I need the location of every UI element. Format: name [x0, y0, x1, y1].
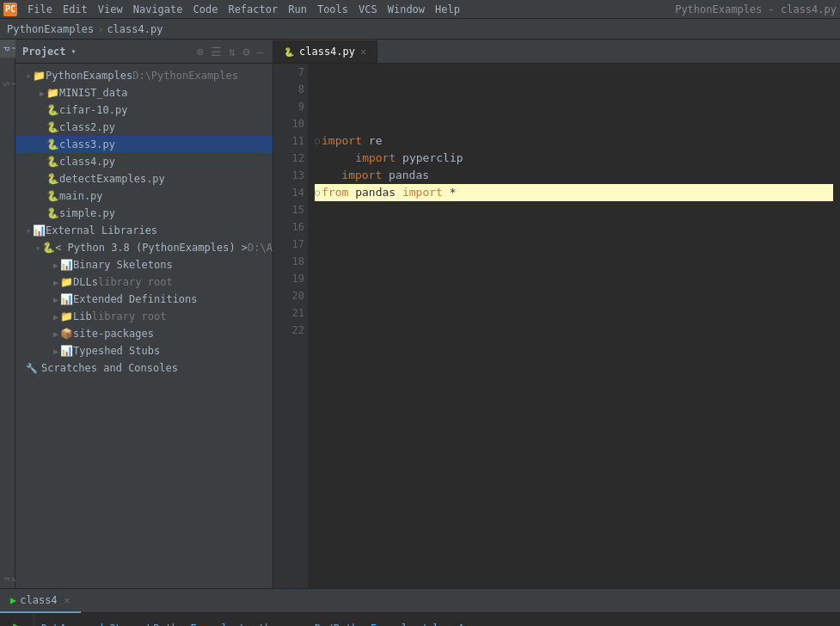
- code-text: pyperclip: [395, 150, 463, 167]
- breadcrumb-project[interactable]: PythonExamples: [7, 23, 94, 35]
- panel-action-minimize[interactable]: —: [255, 45, 266, 58]
- item-label: class3.py: [59, 138, 115, 150]
- line-num-11: 11: [277, 132, 304, 150]
- tree-item-scratches[interactable]: 🔧 Scratches and Consoles: [15, 359, 273, 377]
- py-icon: 🐍: [46, 156, 59, 168]
- item-label-dim: library root: [98, 276, 173, 288]
- tree-item-detect[interactable]: 🐍 detectExamples.py: [15, 170, 273, 187]
- line-num-21: 21: [277, 304, 304, 322]
- breadcrumb-sep: ›: [97, 23, 103, 35]
- folder-icon: 📁: [60, 310, 73, 322]
- code-area[interactable]: ○import re import pyperclip import panda…: [308, 64, 840, 588]
- keyword-import: import: [322, 132, 362, 150]
- line-num-10: 10: [277, 115, 304, 132]
- line-num-13: 13: [277, 167, 304, 184]
- tree-item-class3[interactable]: 🐍 class3.py: [15, 136, 273, 153]
- tree-item-class4[interactable]: 🐍 class4.py: [15, 153, 273, 170]
- item-label: cifar-10.py: [59, 104, 127, 116]
- code-line-16: [315, 218, 833, 236]
- menu-edit[interactable]: Edit: [58, 0, 93, 19]
- menu-file[interactable]: File: [22, 0, 58, 19]
- fold-icon[interactable]: ○: [315, 184, 320, 201]
- tree-item-pythonexamples[interactable]: ▾ 📁 PythonExamples D:\PythonExamples: [15, 67, 273, 84]
- sidebar-tab-favorites[interactable]: Favorites: [0, 570, 15, 588]
- bottom-tab-run[interactable]: ▶ class4 ✕: [0, 589, 81, 613]
- run-output: D:\Anaconda3\envs\PythonExamples\python.…: [34, 613, 840, 626]
- line-num-16: 16: [277, 218, 304, 236]
- item-label: Typeshed Stubs: [73, 345, 160, 357]
- item-label: simple.py: [59, 207, 115, 219]
- line-num-22: 22: [277, 322, 304, 339]
- sidebar-tab-structure[interactable]: Structure: [0, 75, 15, 93]
- tree-item-external-libs[interactable]: ▾ 📊 External Libraries: [15, 222, 273, 239]
- arrow-icon: ▶: [40, 89, 45, 98]
- lib-icon: 📊: [33, 224, 46, 236]
- menu-view[interactable]: View: [93, 0, 128, 19]
- panel-action-add[interactable]: ⊕: [194, 45, 205, 58]
- editor-content: 7 8 9 10 11 12 13 14 15 16 17 18 19 20 2…: [273, 64, 840, 588]
- menu-refactor[interactable]: Refactor: [223, 0, 283, 19]
- item-label-dim: library root: [92, 310, 167, 322]
- tree-item-simple[interactable]: 🐍 simple.py: [15, 205, 273, 222]
- code-line-10: [315, 115, 833, 132]
- panel-title: Project: [22, 46, 66, 58]
- line-num-20: 20: [277, 287, 304, 304]
- py-icon: 🐍: [46, 190, 59, 202]
- fold-icon[interactable]: ○: [315, 132, 320, 150]
- keyword-import: import: [315, 167, 382, 184]
- editor-tabs: 🐍 class4.py ✕: [273, 40, 840, 64]
- breadcrumb: PythonExamples › class4.py: [0, 19, 840, 40]
- code-line-14: ○from pandas import *: [315, 184, 833, 201]
- tree-item-main[interactable]: 🐍 main.py: [15, 187, 273, 205]
- item-label: class2.py: [59, 121, 115, 133]
- menu-run[interactable]: Run: [283, 0, 312, 19]
- folder-icon: 📁: [60, 276, 73, 288]
- code-text: re: [362, 132, 382, 150]
- item-label: site-packages: [73, 328, 154, 340]
- tab-label: class4.py: [299, 46, 355, 58]
- tree-item-python38[interactable]: ▾ 🐍 < Python 3.8 (PythonExamples) > D:\A: [15, 239, 273, 256]
- panel-caret[interactable]: ▾: [71, 46, 77, 56]
- menu-navigate[interactable]: Navigate: [128, 0, 188, 19]
- item-label: class4.py: [59, 156, 115, 168]
- sidebar-tab-project[interactable]: Project: [0, 40, 15, 58]
- tree-item-binary-skeletons[interactable]: ▶ 📊 Binary Skeletons: [15, 256, 273, 273]
- tree-item-typeshed[interactable]: ▶ 📊 Typeshed Stubs: [15, 342, 273, 359]
- menu-vcs[interactable]: VCS: [353, 0, 383, 19]
- menu-window[interactable]: Window: [383, 0, 430, 19]
- line-num-8: 8: [277, 81, 304, 98]
- item-label: MINIST_data: [59, 87, 127, 99]
- sidebar-tabs: Project Structure Favorites: [0, 40, 15, 588]
- menu-help[interactable]: Help: [430, 0, 465, 19]
- tree-item-lib[interactable]: ▶ 📁 Lib library root: [15, 308, 273, 325]
- main-layout: Project Structure Favorites Project ▾ ⊕ …: [0, 40, 840, 588]
- menu-code[interactable]: Code: [188, 0, 224, 19]
- window-title: PythonExamples - class4.py: [675, 3, 837, 15]
- item-label-path: D:\A: [248, 242, 273, 254]
- tab-close-btn[interactable]: ✕: [360, 46, 366, 58]
- scratch-icon: 🔧: [26, 363, 38, 374]
- run-tab-close[interactable]: ✕: [64, 594, 71, 606]
- panel-action-settings[interactable]: ⚙: [241, 45, 251, 58]
- tree-item-extended-defs[interactable]: ▶ 📊 Extended Definitions: [15, 291, 273, 308]
- arrow-icon: ▶: [53, 312, 58, 322]
- code-line-8: [315, 81, 833, 98]
- breadcrumb-file[interactable]: class4.py: [107, 23, 162, 35]
- code-line-19: [315, 270, 833, 287]
- menu-tools[interactable]: Tools: [312, 0, 353, 19]
- code-line-11: ○import re: [315, 132, 833, 150]
- item-label-path: D:\PythonExamples: [132, 70, 238, 82]
- tree-item-minist[interactable]: ▶ 📁 MINIST_data: [15, 84, 273, 101]
- keyword-import: import: [328, 150, 395, 167]
- tree-item-class2[interactable]: 🐍 class2.py: [15, 119, 273, 136]
- editor-tab-class4[interactable]: 🐍 class4.py ✕: [273, 40, 377, 63]
- tree-item-site-packages[interactable]: ▶ 📦 site-packages: [15, 325, 273, 342]
- panel-action-list[interactable]: ☰: [209, 45, 224, 58]
- tree-item-cifar[interactable]: 🐍 cifar-10.py: [15, 101, 273, 119]
- item-label: Extended Definitions: [73, 293, 198, 305]
- item-label: < Python 3.8 (PythonExamples) >: [55, 242, 248, 254]
- run-play-button[interactable]: ▶: [8, 617, 27, 626]
- panel-action-sort[interactable]: ⇅: [227, 45, 237, 58]
- tree-item-dlls[interactable]: ▶ 📁 DLLs library root: [15, 273, 273, 291]
- line-numbers: 7 8 9 10 11 12 13 14 15 16 17 18 19 20 2…: [273, 64, 308, 588]
